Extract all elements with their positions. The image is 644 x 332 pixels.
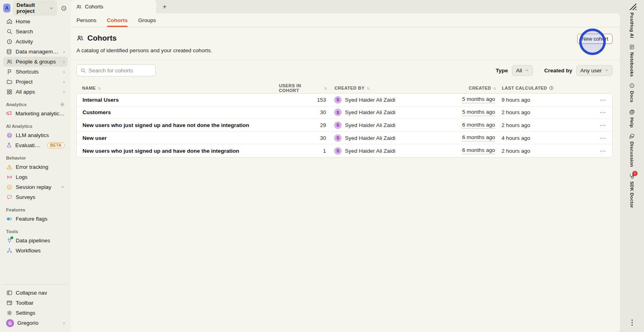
type-select[interactable]: All	[512, 65, 533, 76]
column-header-created[interactable]: CREATED ↑↓	[447, 86, 495, 90]
created-cell: 6 months ago	[447, 122, 495, 129]
chevron-right-icon: ›	[63, 59, 65, 64]
rail-item-posthog-ai[interactable]: PostHog AI	[627, 3, 636, 38]
info-icon	[629, 83, 635, 88]
cohort-name-link[interactable]: New users who just signed up and have do…	[77, 148, 279, 154]
sidebar-item-project[interactable]: Project ›	[3, 77, 68, 87]
row-more-button[interactable]: ⋯	[598, 122, 608, 128]
column-label: CREATED BY	[334, 86, 365, 90]
user-avatar: G	[6, 319, 14, 327]
sidebar-item-evaluations[interactable]: Evaluations BETA	[3, 140, 68, 150]
cohort-name-link[interactable]: New user	[77, 135, 279, 141]
section-title: Tools	[6, 229, 18, 234]
new-cohort-button[interactable]: New cohort	[577, 34, 613, 44]
row-more-button[interactable]: ⋯	[598, 109, 608, 115]
warning-icon	[6, 164, 12, 170]
sidebar-item-shortcuts[interactable]: Shortcuts ›	[3, 67, 68, 77]
column-header-created-by[interactable]: CREATED BY ↑↓	[326, 86, 447, 90]
filters-row: Type All Created by Any user	[71, 60, 620, 76]
creator-cell: S Syed Haider Ali Zaidi	[326, 134, 447, 142]
row-more-button[interactable]: ⋯	[598, 148, 608, 154]
cohort-name-link[interactable]: Customers	[77, 109, 279, 115]
search-input[interactable]	[89, 68, 152, 74]
sidebar-item-label: Settings	[16, 310, 35, 316]
creator-name: Syed Haider Ali Zaidi	[345, 109, 395, 115]
sidebar-item-workflows[interactable]: Workflows	[3, 246, 68, 256]
rail-item-discussion[interactable]: Discussion	[629, 133, 635, 167]
table-row[interactable]: Customers 30 S Syed Haider Ali Zaidi 5 m…	[77, 107, 612, 119]
settings-button[interactable]: Settings	[3, 308, 68, 318]
toolbar-button[interactable]: Toolbar	[3, 298, 68, 308]
row-more-button[interactable]: ⋯	[598, 135, 608, 141]
plug-icon	[6, 238, 12, 244]
created-by-select[interactable]: Any user	[576, 65, 613, 76]
project-avatar[interactable]: A	[3, 4, 10, 12]
section-behavior: Behavior	[6, 156, 65, 160]
sidebar-item-data-management[interactable]: Data management ›	[3, 47, 68, 57]
page-header: Cohorts A catalog of identified persons …	[71, 27, 620, 53]
toggle-icon	[6, 216, 12, 222]
sidebar-item-label: Collapse nav	[16, 290, 47, 296]
tab-cohorts[interactable]: Cohorts	[107, 13, 128, 27]
window-tab-strip: Cohorts +	[71, 0, 620, 13]
creator-cell: S Syed Haider Ali Zaidi	[326, 147, 447, 155]
created-cell: 5 months ago	[447, 109, 495, 116]
rail-label: Docs	[630, 91, 634, 102]
row-more-button[interactable]: ⋯	[598, 97, 608, 103]
table-row[interactable]: Internal Users 153 S Syed Haider Ali Zai…	[77, 94, 612, 107]
project-selector[interactable]: Default project	[13, 0, 58, 16]
sidebar-item-activity[interactable]: Activity	[3, 37, 68, 47]
sidebar-item-search[interactable]: Search	[3, 27, 68, 37]
column-header-users[interactable]: USERS IN COHORT ↑↓	[279, 83, 326, 93]
rail-label: PostHog AI	[630, 12, 634, 38]
sidebar-item-surveys[interactable]: Surveys	[3, 192, 68, 202]
new-tab-button[interactable]: +	[159, 2, 170, 12]
sidebar-item-logs[interactable]: Logs	[3, 172, 68, 182]
chevron-down-icon	[525, 68, 529, 72]
table-row[interactable]: New user 30 S Syed Haider Ali Zaidi 6 mo…	[77, 132, 612, 145]
sidebar-item-feature-flags[interactable]: Feature flags	[3, 214, 68, 224]
collapse-panel-icon	[6, 290, 12, 296]
column-header-name[interactable]: NAME ↑↓	[76, 86, 279, 90]
column-label: CREATED	[469, 86, 491, 90]
chevron-right-icon: ›	[63, 49, 65, 54]
rail-item-help[interactable]: @ Help	[629, 109, 635, 128]
window-tab-cohorts[interactable]: Cohorts	[71, 0, 156, 13]
gear-icon[interactable]	[60, 102, 65, 107]
table-row[interactable]: New users who just signed up and have do…	[77, 144, 612, 157]
rail-item-sdk-doctor[interactable]: ! SDK Doctor	[629, 173, 635, 208]
sidebar-item-session-replay[interactable]: Session replay	[3, 182, 68, 192]
sidebar: A Default project Home Search Activity	[0, 0, 71, 332]
search-box[interactable]	[76, 64, 156, 76]
sidebar-item-people-groups[interactable]: People & groups ›	[3, 57, 68, 67]
rail-item-notebooks[interactable]: Notebooks	[629, 44, 635, 77]
table-row[interactable]: New users who just signed up and have no…	[77, 119, 612, 132]
tab-persons[interactable]: Persons	[76, 13, 97, 27]
user-menu[interactable]: G Gregorio ›	[3, 318, 68, 328]
sidebar-item-home[interactable]: Home	[3, 16, 68, 27]
sidebar-item-error-tracking[interactable]: Error tracking	[3, 162, 68, 172]
database-icon	[6, 49, 12, 55]
activity-history-button[interactable]	[60, 3, 68, 13]
rail-overflow-menu[interactable]	[630, 318, 634, 327]
created-by-filter-label: Created by	[544, 68, 572, 74]
toolbar-window-icon	[6, 300, 12, 306]
sidebar-item-all-apps[interactable]: All apps ›	[3, 87, 68, 97]
tab-groups[interactable]: Groups	[138, 13, 156, 27]
beta-badge: BETA	[47, 142, 65, 148]
info-icon[interactable]	[549, 86, 554, 90]
sidebar-item-label: Workflows	[16, 248, 41, 254]
notebook-icon	[629, 44, 635, 50]
rail-item-docs[interactable]: Docs	[629, 83, 635, 102]
collapse-nav-button[interactable]: Collapse nav	[3, 288, 68, 298]
sidebar-item-marketing-analytics[interactable]: Marketing analytics...	[3, 109, 68, 119]
sidebar-item-label: Activity	[16, 39, 33, 45]
cohort-name-link[interactable]: Internal Users	[77, 97, 279, 103]
clock-icon	[6, 39, 12, 45]
sidebar-item-data-pipelines[interactable]: Data pipelines	[3, 236, 68, 246]
users-count: 1	[279, 148, 326, 154]
sidebar-item-llm-analytics[interactable]: LLM analytics	[3, 130, 68, 140]
users-count: 29	[279, 122, 326, 128]
cohort-name-link[interactable]: New users who just signed up and have no…	[77, 122, 279, 128]
grid-icon	[6, 89, 12, 95]
